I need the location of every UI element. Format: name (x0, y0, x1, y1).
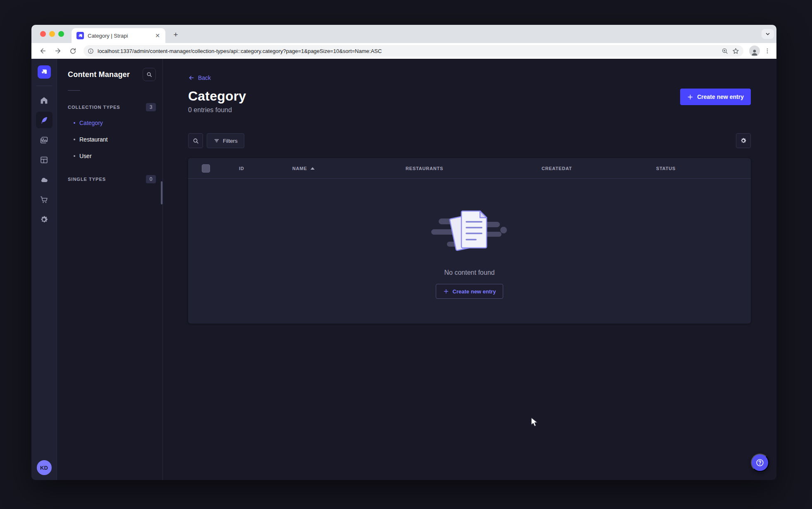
window-controls (40, 31, 64, 37)
sort-ascending-icon (310, 167, 315, 170)
column-header-id[interactable]: ID (239, 166, 292, 171)
home-icon (40, 96, 48, 105)
chevron-down-icon (765, 31, 770, 36)
nav-marketplace[interactable] (34, 190, 54, 209)
back-link[interactable]: Back (188, 74, 211, 81)
subnav-search-button[interactable] (143, 68, 156, 81)
zoom-window-button[interactable] (58, 31, 64, 37)
collection-types-count-badge: 3 (146, 103, 156, 111)
sidebar-item-label: Restaurant (79, 136, 107, 143)
no-content-illustration (430, 209, 509, 252)
gear-icon (740, 137, 747, 144)
browser-menu-button[interactable] (764, 48, 771, 54)
reload-button[interactable] (67, 45, 79, 57)
strapi-logo[interactable] (38, 65, 51, 79)
subnav-divider (68, 90, 80, 91)
plus-icon (443, 288, 449, 294)
nav-home[interactable] (34, 90, 54, 110)
gear-icon (40, 215, 48, 224)
section-label: COLLECTION TYPES (68, 105, 120, 110)
column-header-status[interactable]: STATUS (656, 166, 751, 171)
tab-search-chevron-button[interactable] (762, 29, 774, 39)
filters-button[interactable]: Filters (207, 133, 244, 148)
table-settings-button[interactable] (736, 133, 751, 148)
browser-profile-button[interactable] (749, 46, 760, 56)
new-tab-button[interactable]: + (170, 29, 181, 40)
layout-icon (40, 156, 48, 164)
strapi-admin: KD Content Manager COLLECTION TYPES 3 Ca… (31, 59, 776, 480)
entries-table: ID NAME RESTAURANTS CREATEDAT STATUS (188, 158, 751, 324)
nav-content-manager[interactable] (34, 110, 54, 130)
single-types-section: SINGLE TYPES 0 (57, 172, 162, 187)
tab-title: Category | Strapi (88, 33, 154, 39)
column-header-restaurants[interactable]: RESTAURANTS (406, 166, 542, 171)
url-bar[interactable]: localhost:1337/admin/content-manager/col… (84, 45, 743, 57)
plus-icon (687, 94, 693, 100)
collection-types-section: COLLECTION TYPES 3 (57, 100, 162, 115)
question-mark-icon (755, 458, 764, 467)
zoom-page-icon[interactable] (721, 48, 728, 54)
empty-message: No content found (444, 269, 495, 276)
back-button[interactable] (37, 45, 49, 57)
active-item-indicator (161, 181, 162, 204)
forward-button[interactable] (52, 45, 64, 57)
user-initials: KD (40, 465, 48, 471)
nav-settings[interactable] (34, 209, 54, 229)
search-icon (146, 72, 152, 77)
minimize-window-button[interactable] (49, 31, 55, 37)
select-all-checkbox[interactable] (202, 164, 210, 173)
browser-tab-strip: Category | Strapi ✕ + (31, 25, 776, 43)
site-info-icon[interactable] (88, 48, 94, 54)
bullet-icon (74, 122, 75, 124)
user-avatar[interactable]: KD (37, 460, 52, 475)
single-types-count-badge: 0 (146, 175, 156, 183)
bullet-icon (74, 139, 75, 140)
help-button[interactable] (751, 454, 769, 472)
column-header-createdat[interactable]: CREATEDAT (542, 166, 656, 171)
main-content: Back Category 0 entries found Create new… (163, 59, 776, 480)
tab-close-icon[interactable]: ✕ (154, 32, 161, 39)
bullet-icon (74, 155, 75, 157)
filter-icon (214, 138, 220, 144)
sidebar-item-category[interactable]: Category (57, 115, 162, 131)
search-icon (193, 138, 199, 144)
table-search-button[interactable] (188, 133, 203, 148)
empty-create-new-entry-button[interactable]: Create new entry (436, 284, 504, 299)
create-new-entry-button[interactable]: Create new entry (680, 89, 751, 105)
sidebar-item-user[interactable]: User (57, 148, 162, 164)
subnav-title: Content Manager (68, 70, 130, 79)
nav-content-type-builder[interactable] (34, 150, 54, 170)
browser-toolbar: localhost:1337/admin/content-manager/col… (31, 43, 776, 59)
page-title: Category (188, 89, 246, 104)
main-navigation-rail: KD (31, 59, 57, 480)
sidebar-item-label: Category (79, 120, 103, 126)
empty-state: No content found Create new entry (188, 179, 751, 324)
sidebar-item-restaurant[interactable]: Restaurant (57, 131, 162, 148)
nav-deploy[interactable] (34, 170, 54, 190)
sidebar-item-label: User (79, 153, 92, 159)
nav-media-library[interactable] (34, 130, 54, 150)
strapi-favicon (76, 32, 84, 39)
entries-count: 0 entries found (188, 106, 246, 114)
media-images-icon (40, 136, 48, 144)
close-window-button[interactable] (40, 31, 46, 37)
rail-divider (36, 86, 52, 86)
shopping-cart-icon (40, 195, 48, 204)
browser-tab[interactable]: Category | Strapi ✕ (72, 28, 165, 43)
column-header-name[interactable]: NAME (292, 166, 406, 171)
arrow-left-icon (188, 74, 195, 81)
browser-window: Category | Strapi ✕ + localhost:1337/adm… (31, 25, 776, 480)
content-manager-subnav: Content Manager COLLECTION TYPES 3 Categ… (57, 59, 163, 480)
feather-pen-icon (40, 116, 48, 125)
url-text[interactable]: localhost:1337/admin/content-manager/col… (98, 48, 721, 54)
table-header-row: ID NAME RESTAURANTS CREATEDAT STATUS (188, 158, 751, 179)
cloud-icon (40, 175, 49, 184)
bookmark-star-icon[interactable] (732, 48, 739, 55)
section-label: SINGLE TYPES (68, 177, 106, 182)
